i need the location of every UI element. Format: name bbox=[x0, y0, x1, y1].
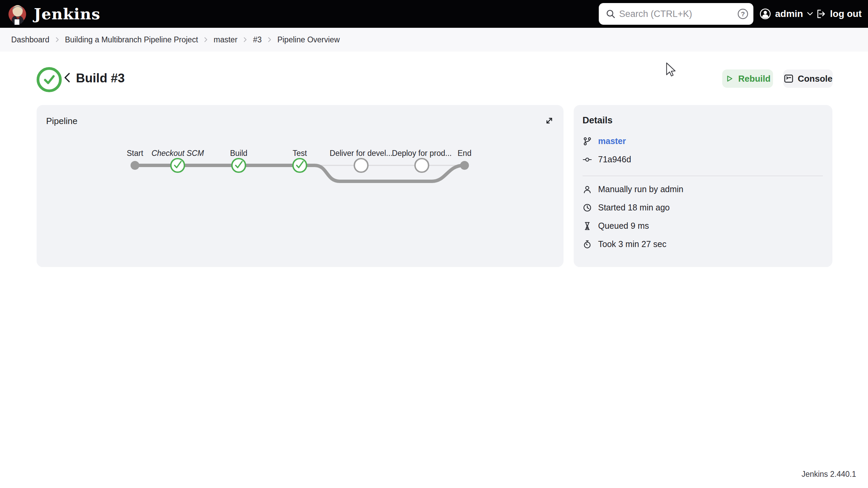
stage-node-deploy[interactable]: Deploy for prod... bbox=[392, 149, 452, 172]
breadcrumb: Dashboard Building a Multibranch Pipelin… bbox=[0, 28, 868, 52]
git-branch-icon bbox=[583, 137, 592, 146]
detail-text: Took 3 min 27 sec bbox=[598, 239, 667, 249]
search-input[interactable] bbox=[616, 9, 737, 19]
pipeline-graph: Start Checkout SCM Build Test Deliver fo… bbox=[37, 145, 564, 216]
svg-text:?: ? bbox=[741, 11, 745, 18]
console-label: Console bbox=[798, 74, 833, 84]
chevron-right-icon bbox=[268, 37, 271, 42]
logout-button[interactable]: log out bbox=[815, 0, 862, 28]
search-box: ? bbox=[599, 3, 753, 25]
terminal-icon bbox=[784, 74, 794, 84]
pipeline-card-title: Pipeline bbox=[46, 116, 78, 126]
user-icon bbox=[583, 185, 592, 194]
commit-row: 71a946d bbox=[583, 155, 631, 164]
detail-row-queued: Queued 9 ms bbox=[583, 221, 649, 231]
stopwatch-icon bbox=[583, 240, 592, 249]
detail-row-cause: Manually run by admin bbox=[583, 184, 684, 194]
breadcrumb-branch[interactable]: master bbox=[214, 35, 237, 44]
user-avatar-icon bbox=[760, 8, 771, 20]
stage-label: Start bbox=[127, 149, 143, 158]
commit-hash: 71a946d bbox=[598, 155, 631, 164]
detail-text: Started 18 min ago bbox=[598, 203, 670, 212]
stage-label: End bbox=[458, 149, 472, 158]
chevron-right-icon bbox=[243, 37, 247, 42]
logout-label: log out bbox=[830, 8, 862, 19]
top-bar: Jenkins ? admin bbox=[0, 0, 868, 28]
stage-label: Test bbox=[293, 149, 307, 158]
detail-text: Manually run by admin bbox=[598, 184, 684, 194]
chevron-right-icon bbox=[204, 37, 208, 42]
stage-node-checkout-scm[interactable]: Checkout SCM bbox=[152, 149, 204, 172]
details-title: Details bbox=[583, 115, 613, 126]
stage-label: Deliver for devel... bbox=[330, 149, 392, 158]
rebuild-button[interactable]: Rebuild bbox=[722, 69, 773, 88]
detail-text: Queued 9 ms bbox=[598, 221, 649, 231]
stage-label: Checkout SCM bbox=[152, 149, 204, 158]
console-button[interactable]: Console bbox=[783, 69, 833, 88]
build-success-icon bbox=[37, 67, 62, 92]
breadcrumb-project[interactable]: Building a Multibranch Pipeline Project bbox=[65, 35, 198, 44]
page-title: Build #3 bbox=[76, 71, 125, 85]
hourglass-icon bbox=[583, 221, 592, 231]
branch-row: master bbox=[583, 136, 626, 146]
breadcrumb-dashboard[interactable]: Dashboard bbox=[11, 35, 50, 44]
mouse-cursor bbox=[665, 62, 677, 77]
divider bbox=[583, 176, 823, 176]
chevron-down-icon bbox=[807, 12, 813, 16]
detail-row-started: Started 18 min ago bbox=[583, 203, 670, 212]
rebuild-label: Rebuild bbox=[738, 74, 770, 84]
play-icon bbox=[725, 74, 734, 83]
branch-link[interactable]: master bbox=[598, 136, 626, 146]
jenkins-butler-icon bbox=[7, 3, 28, 25]
clock-icon bbox=[583, 203, 592, 212]
breadcrumb-build-number[interactable]: #3 bbox=[253, 35, 262, 44]
detail-row-took: Took 3 min 27 sec bbox=[583, 239, 667, 249]
stage-node-test[interactable]: Test bbox=[293, 149, 307, 172]
bypass-line bbox=[300, 165, 464, 181]
logout-icon bbox=[815, 8, 826, 19]
pipeline-card: Pipeline Start Checkout SCM Build bbox=[37, 105, 564, 267]
user-menu[interactable]: admin bbox=[760, 0, 813, 28]
brand-name: Jenkins bbox=[34, 5, 100, 23]
stage-node-build[interactable]: Build bbox=[230, 149, 247, 172]
help-icon[interactable]: ? bbox=[737, 8, 749, 20]
expand-icon[interactable] bbox=[544, 115, 555, 126]
stage-label: Build bbox=[230, 149, 247, 158]
commit-icon bbox=[583, 155, 592, 164]
back-button[interactable] bbox=[63, 72, 71, 83]
jenkins-home-link[interactable]: Jenkins bbox=[7, 2, 100, 25]
chevron-right-icon bbox=[56, 37, 59, 42]
stage-node-deliver[interactable]: Deliver for devel... bbox=[330, 149, 392, 172]
stage-label: Deploy for prod... bbox=[392, 149, 452, 158]
search-icon bbox=[606, 9, 616, 19]
user-name: admin bbox=[775, 8, 803, 19]
breadcrumb-pipeline-overview[interactable]: Pipeline Overview bbox=[277, 35, 340, 44]
jenkins-version-link[interactable]: Jenkins 2.440.1 bbox=[802, 470, 856, 479]
details-card: Details master 71a946d Manually run by a bbox=[574, 105, 832, 267]
